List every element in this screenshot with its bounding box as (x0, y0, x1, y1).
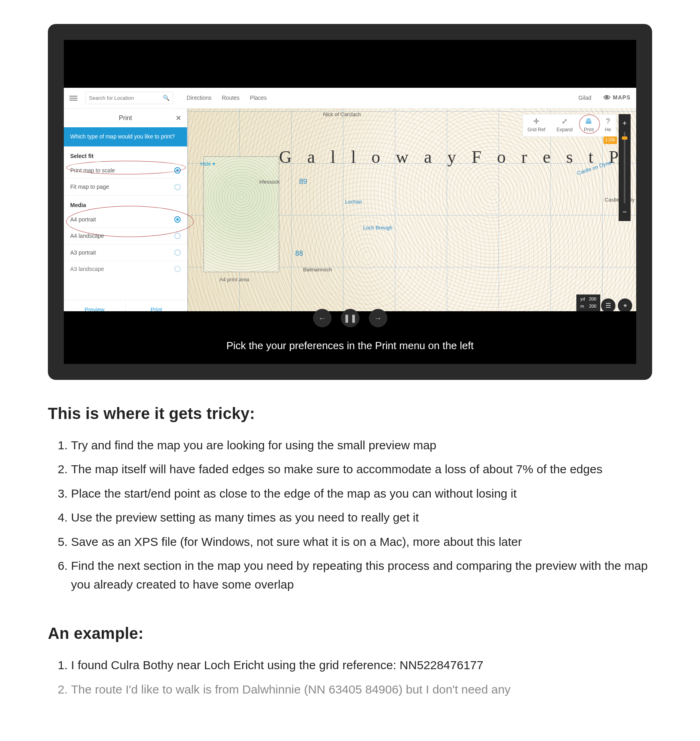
print-area-box[interactable] (203, 156, 279, 272)
brand: 👁 MAPS (603, 93, 631, 103)
zoom-track[interactable] (624, 132, 625, 204)
panel-question: Which type of map would you like to prin… (64, 127, 187, 146)
media-a4p-label: A4 portrait (70, 215, 96, 223)
map-water-label: Loch Breugh (363, 224, 392, 232)
app-body: Print ✕ Which type of map would you like… (64, 109, 636, 319)
zoom-control[interactable]: + − (619, 114, 631, 221)
next-slide-button[interactable]: → (369, 309, 387, 327)
map-place-label: Balmannoch (303, 266, 332, 274)
radio-off-icon[interactable] (174, 249, 181, 256)
radio-on-icon[interactable] (174, 167, 181, 174)
print-panel: Print ✕ Which type of map would you like… (64, 109, 187, 319)
layers-icon: ☰ (605, 301, 611, 310)
map-place-label: Nick of Carclach (323, 111, 361, 119)
link-directions[interactable]: Directions (187, 94, 211, 102)
radio-on-icon[interactable] (174, 216, 181, 223)
grid-number: 88 (295, 248, 303, 259)
search-input-wrap[interactable]: 🔍 (85, 92, 173, 104)
print-area-label: A4 print area (219, 276, 249, 284)
media-a3l-row[interactable]: A3 landscape (64, 261, 187, 277)
list-item: Find the next section in the map you nee… (71, 557, 652, 594)
radio-off-icon[interactable] (174, 266, 181, 272)
gridref-button[interactable]: ✛ Grid Ref (528, 118, 546, 133)
search-icon[interactable]: 🔍 (163, 94, 170, 102)
user-name[interactable]: Gilad (578, 94, 592, 102)
hide-toggle[interactable]: Hide▾ (200, 160, 215, 168)
expand-button[interactable]: ⤢ Expand (556, 118, 573, 133)
fit-scale-row[interactable]: Print map to scale (64, 162, 187, 179)
panel-header: Print ✕ (64, 109, 187, 127)
fit-scale-label: Print map to scale (70, 166, 115, 174)
radio-off-icon[interactable] (174, 184, 181, 190)
slideshow-inner: 🔍 Directions Routes Places Gilad 👁 MAPS … (64, 40, 636, 364)
list-item: Use the preview setting as many times as… (71, 508, 652, 527)
list-item: I found Culra Bothy near Loch Ericht usi… (71, 656, 652, 675)
panel-title: Print (119, 113, 132, 123)
media-a4l-label: A4 landscape (70, 232, 104, 240)
slideshow-frame: 🔍 Directions Routes Places Gilad 👁 MAPS … (48, 24, 652, 380)
zoom-handle[interactable] (622, 136, 627, 140)
close-icon[interactable]: ✕ (175, 113, 181, 123)
search-input[interactable] (89, 95, 163, 101)
topbar: 🔍 Directions Routes Places Gilad 👁 MAPS (64, 88, 636, 109)
media-a4p-row[interactable]: A4 portrait (64, 211, 187, 228)
radio-off-icon[interactable] (174, 233, 181, 239)
list-item: Place the start/end point as close to th… (71, 484, 652, 503)
menu-icon[interactable] (69, 96, 77, 101)
fit-page-row[interactable]: Fit map to page (64, 179, 187, 195)
zoom-in-button[interactable]: + (623, 117, 627, 130)
slideshow-controls: ← ❚❚ → (64, 311, 636, 327)
fit-title: Select fit (64, 146, 187, 162)
media-a3l-label: A3 landscape (70, 265, 104, 273)
printer-icon: 🖶 (585, 118, 592, 125)
help-icon: ? (606, 118, 610, 125)
grid-number: 89 (299, 176, 307, 187)
scale-badge: 1:25k (603, 136, 617, 144)
list-item: Save as an XPS file (for Windows, not su… (71, 533, 652, 551)
media-a3p-label: A3 portrait (70, 249, 96, 257)
locate-icon: ⌖ (623, 301, 627, 310)
map-place-label: irfessock (259, 178, 280, 186)
scale-box: yd200 m200 (576, 294, 600, 311)
pause-slide-button[interactable]: ❚❚ (341, 309, 359, 327)
media-a3p-row[interactable]: A3 portrait (64, 245, 187, 261)
topbar-right: Gilad 👁 MAPS (578, 93, 631, 103)
chevron-down-icon: ▾ (213, 160, 215, 168)
help-button[interactable]: ? He (605, 118, 611, 133)
prev-slide-button[interactable]: ← (313, 309, 331, 327)
list-item: The map itself will have faded edges so … (71, 460, 652, 479)
slide-letterbox-top (64, 40, 636, 88)
fit-page-label: Fit map to page (70, 183, 109, 191)
map-controls: ✛ Grid Ref ⤢ Expand 🖶 Print (523, 114, 616, 137)
media-title: Media (64, 196, 187, 211)
map-viewport[interactable]: G a l l o w a y F o r e s t P Hide▾ A4 p… (187, 109, 636, 319)
section-heading: An example: (48, 622, 652, 645)
map-region-title: G a l l o w a y F o r e s t P (279, 144, 624, 170)
example-steps-list: I found Culra Bothy near Loch Ericht usi… (48, 656, 652, 699)
print-map-button[interactable]: 🖶 Print (584, 118, 594, 133)
zoom-out-button[interactable]: − (623, 205, 627, 219)
locate-button[interactable]: ⌖ (618, 298, 632, 313)
section-heading: This is where it gets tricky: (48, 402, 652, 425)
map-app-screenshot: 🔍 Directions Routes Places Gilad 👁 MAPS … (64, 88, 636, 319)
list-item: The route I'd like to walk is from Dalwh… (71, 680, 652, 699)
expand-icon: ⤢ (562, 118, 568, 125)
list-item: Try and find the map you are looking for… (71, 436, 652, 455)
layers-button[interactable]: ☰ (601, 298, 615, 313)
tricky-steps-list: Try and find the map you are looking for… (48, 436, 652, 594)
map-water-label: Lochan (345, 198, 362, 206)
link-routes[interactable]: Routes (222, 94, 239, 102)
link-places[interactable]: Places (250, 94, 267, 102)
media-a4l-row[interactable]: A4 landscape (64, 228, 187, 244)
slide-caption: Pick the your preferences in the Print m… (64, 327, 636, 364)
top-links: Directions Routes Places (187, 94, 267, 102)
crosshair-icon: ✛ (533, 118, 539, 125)
